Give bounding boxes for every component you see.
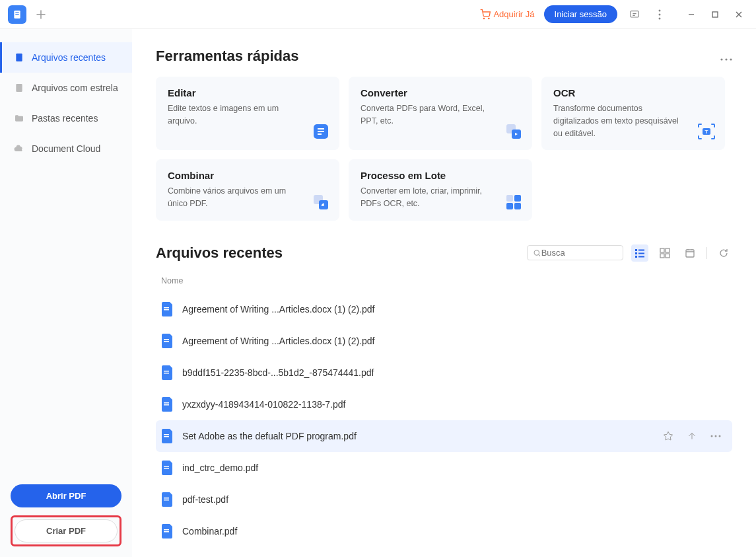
refresh-button[interactable] [715, 244, 732, 262]
sidebar-item-recent-files[interactable]: Arquivos recentes [0, 42, 132, 73]
search-box[interactable] [527, 245, 623, 260]
svg-rect-41 [164, 307, 169, 309]
calendar-view-button[interactable] [681, 244, 699, 262]
svg-point-7 [659, 13, 661, 15]
file-row[interactable]: Set Adobe as the defualt PDF program.pdf [156, 420, 732, 452]
tool-card-batch[interactable]: Processo em Lote Converter em lote, cria… [349, 159, 532, 221]
svg-rect-10 [16, 54, 22, 61]
svg-rect-48 [164, 404, 169, 406]
tool-card-desc: Combine vários arquivos em um único PDF. [168, 185, 327, 210]
svg-rect-49 [164, 434, 169, 435]
svg-rect-38 [660, 254, 664, 258]
svg-point-51 [711, 435, 713, 437]
menu-dots-icon[interactable] [652, 7, 668, 22]
svg-rect-43 [164, 339, 169, 340]
file-row[interactable]: Agreement of Writing ...Articles.docx (1… [156, 325, 732, 357]
tool-card-title: Converter [361, 87, 520, 98]
file-row[interactable]: yxzxdyy-418943414-010822-1138-7.pdf [156, 389, 732, 420]
batch-icon [504, 193, 523, 211]
tool-card-desc: Transforme documentos digitalizados em t… [553, 102, 713, 139]
maximize-button[interactable] [706, 5, 724, 24]
sidebar-item-cloud[interactable]: Document Cloud [0, 133, 132, 164]
open-pdf-button[interactable]: Abrir PDF [11, 484, 121, 507]
folder-icon [13, 112, 25, 124]
svg-rect-37 [666, 248, 670, 252]
svg-rect-54 [164, 466, 169, 467]
app-logo[interactable] [8, 5, 26, 24]
minimize-button[interactable] [682, 5, 701, 24]
file-list-name-header: Nome [156, 272, 732, 293]
file-row[interactable]: ind_ctrc_demo.pdf [156, 452, 732, 484]
close-button[interactable] [730, 5, 748, 24]
svg-rect-32 [635, 252, 637, 254]
svg-rect-26 [514, 195, 521, 202]
create-pdf-button[interactable]: Criar PDF [15, 519, 118, 542]
pdf-file-icon [161, 460, 174, 476]
tool-card-edit[interactable]: Editar Edite textos e imagens em um arqu… [156, 77, 339, 150]
main-area: Arquivos recentes Arquivos com estrela P… [0, 29, 756, 557]
file-row[interactable]: pdf-test.pdf [156, 484, 732, 515]
sidebar-item-label: Document Cloud [32, 143, 100, 154]
new-tab-button[interactable] [32, 5, 50, 24]
svg-rect-31 [638, 249, 644, 250]
svg-rect-18 [318, 133, 322, 135]
search-input[interactable] [541, 248, 617, 258]
svg-rect-25 [506, 195, 513, 202]
feedback-icon[interactable] [627, 7, 642, 22]
svg-point-53 [719, 435, 721, 437]
tool-card-desc: Edite textos e imagens em um arquivo. [168, 102, 327, 128]
file-row[interactable]: Agreement of Writing ...Articles.docx (1… [156, 293, 732, 325]
grid-view-button[interactable] [656, 244, 673, 262]
svg-rect-9 [712, 12, 718, 17]
sidebar-item-label: Arquivos recentes [32, 52, 106, 63]
ocr-icon: T [697, 122, 716, 141]
tool-cards: Editar Edite textos e imagens em um arqu… [156, 77, 732, 221]
svg-point-52 [715, 435, 717, 437]
file-list: Agreement of Writing ...Articles.docx (1… [156, 293, 732, 547]
titlebar: Adquirir Já Iniciar sessão [0, 0, 756, 29]
more-tools-icon[interactable] [720, 48, 732, 65]
login-button[interactable]: Iniciar sessão [544, 5, 617, 23]
tool-card-convert[interactable]: Converter Converta PDFs para Word, Excel… [349, 77, 532, 150]
tool-card-ocr[interactable]: OCR Transforme documentos digitalizados … [541, 77, 725, 150]
svg-rect-57 [164, 500, 169, 501]
edit-icon [312, 122, 330, 141]
pdf-file-icon [161, 492, 174, 507]
svg-rect-46 [164, 373, 169, 374]
sidebar-item-recent-folders[interactable]: Pastas recentes [0, 103, 132, 133]
file-actions [662, 430, 722, 442]
tool-card-title: OCR [553, 87, 713, 98]
list-view-button[interactable] [631, 244, 648, 262]
more-file-button[interactable] [710, 430, 722, 442]
file-name: yxzxdyy-418943414-010822-1138-7.pdf [182, 399, 727, 410]
sidebar-item-label: Pastas recentes [32, 113, 98, 124]
svg-rect-28 [514, 203, 521, 209]
combine-icon [312, 193, 330, 211]
svg-rect-33 [638, 252, 644, 254]
acquire-link[interactable]: Adquirir Já [480, 9, 534, 20]
file-row[interactable]: b9ddf151-2235-8bcd-...5b1d2_-875474441.p… [156, 357, 732, 389]
svg-rect-35 [638, 256, 644, 257]
sidebar: Arquivos recentes Arquivos com estrela P… [0, 29, 132, 557]
file-name: Combinar.pdf [182, 526, 727, 537]
tool-card-combine[interactable]: Combinar Combine vários arquivos em um ú… [156, 159, 339, 221]
star-file-button[interactable] [662, 430, 674, 442]
sidebar-item-label: Arquivos com estrela [32, 83, 118, 93]
svg-point-6 [659, 9, 661, 11]
svg-rect-36 [660, 248, 664, 252]
recent-files-controls [527, 244, 732, 262]
file-row[interactable]: Combinar.pdf [156, 515, 732, 547]
convert-icon [504, 122, 523, 141]
tool-card-title: Combinar [168, 170, 327, 181]
tool-card-desc: Converta PDFs para Word, Excel, PPT, etc… [361, 102, 520, 128]
pdf-file-icon [161, 523, 174, 539]
pdf-file-icon [161, 428, 174, 444]
pin-file-button[interactable] [686, 430, 698, 442]
svg-point-3 [484, 18, 485, 19]
svg-rect-45 [164, 371, 169, 372]
search-icon [533, 248, 541, 258]
sidebar-item-starred[interactable]: Arquivos com estrela [0, 73, 132, 103]
recent-files-title: Arquivos recentes [156, 244, 283, 262]
create-pdf-highlight: Criar PDF [11, 515, 121, 546]
svg-rect-11 [16, 84, 22, 92]
